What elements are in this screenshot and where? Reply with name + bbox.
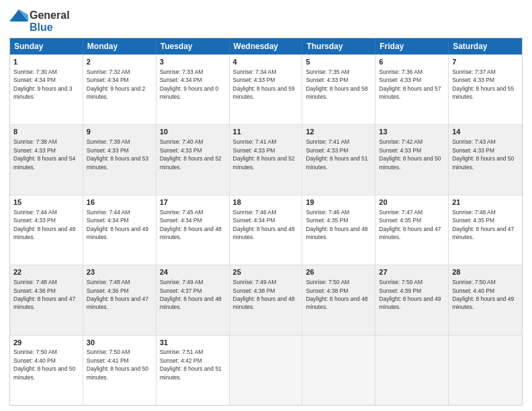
day-number: 6 bbox=[379, 57, 445, 67]
day-number: 16 bbox=[87, 197, 152, 208]
cal-cell: 11 Sunrise: 7:41 AMSunset: 4:33 PMDaylig… bbox=[230, 125, 303, 194]
cal-cell: 29 Sunrise: 7:50 AMSunset: 4:40 PMDaylig… bbox=[10, 336, 83, 405]
cell-text: Sunrise: 7:50 AMSunset: 4:41 PMDaylight:… bbox=[87, 349, 148, 380]
cell-text: Sunrise: 7:30 AMSunset: 4:34 PMDaylight:… bbox=[13, 68, 72, 100]
day-number: 4 bbox=[233, 57, 299, 67]
logo-icon bbox=[9, 9, 28, 21]
cal-cell: 13 Sunrise: 7:42 AMSunset: 4:33 PMDaylig… bbox=[375, 125, 449, 194]
cell-text: Sunrise: 7:48 AMSunset: 4:35 PMDaylight:… bbox=[452, 209, 514, 240]
cal-cell: 21 Sunrise: 7:48 AMSunset: 4:35 PMDaylig… bbox=[449, 195, 522, 265]
cal-cell: 4 Sunrise: 7:34 AMSunset: 4:33 PMDayligh… bbox=[230, 55, 303, 124]
day-number: 5 bbox=[306, 57, 371, 67]
cell-text: Sunrise: 7:43 AMSunset: 4:33 PMDaylight:… bbox=[452, 138, 514, 170]
day-number: 31 bbox=[160, 338, 226, 348]
cell-text: Sunrise: 7:48 AMSunset: 4:36 PMDaylight:… bbox=[13, 279, 75, 310]
day-number: 1 bbox=[13, 57, 79, 67]
calendar-header: SundayMondayTuesdayWednesdayThursdayFrid… bbox=[10, 38, 522, 54]
cal-header-day: Tuesday bbox=[157, 38, 230, 54]
cal-cell: 17 Sunrise: 7:45 AMSunset: 4:34 PMDaylig… bbox=[157, 195, 230, 265]
cal-cell: 18 Sunrise: 7:46 AMSunset: 4:34 PMDaylig… bbox=[230, 195, 303, 265]
cal-cell-empty bbox=[230, 336, 303, 405]
cal-cell: 30 Sunrise: 7:50 AMSunset: 4:41 PMDaylig… bbox=[83, 336, 157, 405]
cal-week-row: 15 Sunrise: 7:44 AMSunset: 4:33 PMDaylig… bbox=[10, 195, 522, 265]
cell-text: Sunrise: 7:38 AMSunset: 4:33 PMDaylight:… bbox=[13, 138, 75, 170]
cell-text: Sunrise: 7:34 AMSunset: 4:33 PMDaylight:… bbox=[233, 68, 295, 100]
cell-text: Sunrise: 7:44 AMSunset: 4:33 PMDaylight:… bbox=[13, 209, 75, 240]
cal-header-day: Saturday bbox=[449, 38, 522, 54]
cal-header-day: Monday bbox=[83, 38, 157, 54]
day-number: 20 bbox=[379, 197, 445, 208]
cell-text: Sunrise: 7:49 AMSunset: 4:38 PMDaylight:… bbox=[233, 279, 295, 310]
cal-header-day: Sunday bbox=[10, 38, 83, 54]
day-number: 26 bbox=[306, 267, 371, 277]
day-number: 19 bbox=[306, 197, 371, 208]
day-number: 30 bbox=[87, 338, 152, 348]
logo-text-blue: Blue bbox=[30, 21, 53, 34]
cell-text: Sunrise: 7:45 AMSunset: 4:34 PMDaylight:… bbox=[160, 209, 222, 240]
cal-header-day: Wednesday bbox=[230, 38, 303, 54]
cal-cell: 23 Sunrise: 7:48 AMSunset: 4:36 PMDaylig… bbox=[83, 265, 157, 334]
cal-cell: 7 Sunrise: 7:37 AMSunset: 4:33 PMDayligh… bbox=[449, 55, 522, 124]
cell-text: Sunrise: 7:46 AMSunset: 4:35 PMDaylight:… bbox=[306, 209, 367, 240]
cal-cell: 2 Sunrise: 7:32 AMSunset: 4:34 PMDayligh… bbox=[83, 55, 157, 124]
day-number: 27 bbox=[379, 267, 445, 277]
day-number: 25 bbox=[233, 267, 299, 277]
cal-cell-empty bbox=[449, 336, 522, 405]
day-number: 24 bbox=[160, 267, 226, 277]
cal-cell: 20 Sunrise: 7:47 AMSunset: 4:35 PMDaylig… bbox=[375, 195, 449, 265]
cal-cell-empty bbox=[375, 336, 449, 405]
day-number: 13 bbox=[379, 127, 445, 137]
cal-cell-empty bbox=[302, 336, 375, 405]
day-number: 10 bbox=[160, 127, 226, 137]
day-number: 9 bbox=[87, 127, 152, 137]
day-number: 28 bbox=[452, 267, 519, 277]
cell-text: Sunrise: 7:41 AMSunset: 4:33 PMDaylight:… bbox=[306, 138, 367, 170]
page: General Blue SundayMondayTuesdayWednesda… bbox=[0, 0, 532, 411]
day-number: 2 bbox=[87, 57, 152, 67]
cal-cell: 31 Sunrise: 7:51 AMSunset: 4:42 PMDaylig… bbox=[157, 336, 230, 405]
cell-text: Sunrise: 7:35 AMSunset: 4:33 PMDaylight:… bbox=[306, 68, 367, 100]
day-number: 21 bbox=[452, 197, 519, 208]
cell-text: Sunrise: 7:51 AMSunset: 4:42 PMDaylight:… bbox=[160, 349, 222, 380]
cell-text: Sunrise: 7:47 AMSunset: 4:35 PMDaylight:… bbox=[379, 209, 441, 240]
day-number: 15 bbox=[13, 197, 79, 208]
cal-cell: 9 Sunrise: 7:39 AMSunset: 4:33 PMDayligh… bbox=[83, 125, 157, 194]
cal-week-row: 8 Sunrise: 7:38 AMSunset: 4:33 PMDayligh… bbox=[10, 124, 522, 194]
cal-cell: 1 Sunrise: 7:30 AMSunset: 4:34 PMDayligh… bbox=[10, 55, 83, 124]
day-number: 23 bbox=[87, 267, 152, 277]
day-number: 8 bbox=[13, 127, 79, 137]
cell-text: Sunrise: 7:50 AMSunset: 4:38 PMDaylight:… bbox=[306, 279, 367, 310]
cell-text: Sunrise: 7:50 AMSunset: 4:39 PMDaylight:… bbox=[379, 279, 441, 310]
cal-cell: 19 Sunrise: 7:46 AMSunset: 4:35 PMDaylig… bbox=[302, 195, 375, 265]
cell-text: Sunrise: 7:44 AMSunset: 4:34 PMDaylight:… bbox=[87, 209, 148, 240]
cal-cell: 6 Sunrise: 7:36 AMSunset: 4:33 PMDayligh… bbox=[375, 55, 449, 124]
day-number: 12 bbox=[306, 127, 371, 137]
cell-text: Sunrise: 7:40 AMSunset: 4:33 PMDaylight:… bbox=[160, 138, 222, 170]
cal-cell: 12 Sunrise: 7:41 AMSunset: 4:33 PMDaylig… bbox=[302, 125, 375, 194]
day-number: 22 bbox=[13, 267, 79, 277]
day-number: 18 bbox=[233, 197, 299, 208]
cal-cell: 25 Sunrise: 7:49 AMSunset: 4:38 PMDaylig… bbox=[230, 265, 303, 334]
cell-text: Sunrise: 7:48 AMSunset: 4:36 PMDaylight:… bbox=[87, 279, 148, 310]
cal-cell: 14 Sunrise: 7:43 AMSunset: 4:33 PMDaylig… bbox=[449, 125, 522, 194]
cell-text: Sunrise: 7:49 AMSunset: 4:37 PMDaylight:… bbox=[160, 279, 222, 310]
cell-text: Sunrise: 7:32 AMSunset: 4:34 PMDaylight:… bbox=[87, 68, 145, 100]
calendar-body: 1 Sunrise: 7:30 AMSunset: 4:34 PMDayligh… bbox=[10, 54, 522, 405]
cal-cell: 27 Sunrise: 7:50 AMSunset: 4:39 PMDaylig… bbox=[375, 265, 449, 334]
day-number: 3 bbox=[160, 57, 226, 67]
cal-cell: 3 Sunrise: 7:33 AMSunset: 4:34 PMDayligh… bbox=[157, 55, 230, 124]
cell-text: Sunrise: 7:33 AMSunset: 4:34 PMDaylight:… bbox=[160, 68, 218, 100]
cell-text: Sunrise: 7:46 AMSunset: 4:34 PMDaylight:… bbox=[233, 209, 295, 240]
day-number: 29 bbox=[13, 338, 79, 348]
cal-cell: 22 Sunrise: 7:48 AMSunset: 4:36 PMDaylig… bbox=[10, 265, 83, 334]
cell-text: Sunrise: 7:50 AMSunset: 4:40 PMDaylight:… bbox=[452, 279, 514, 310]
cal-cell: 24 Sunrise: 7:49 AMSunset: 4:37 PMDaylig… bbox=[157, 265, 230, 334]
cal-cell: 10 Sunrise: 7:40 AMSunset: 4:33 PMDaylig… bbox=[157, 125, 230, 194]
logo-area: General Blue bbox=[9, 9, 70, 34]
day-number: 14 bbox=[452, 127, 519, 137]
cal-week-row: 29 Sunrise: 7:50 AMSunset: 4:40 PMDaylig… bbox=[10, 335, 522, 405]
cal-cell: 15 Sunrise: 7:44 AMSunset: 4:33 PMDaylig… bbox=[10, 195, 83, 265]
header: General Blue bbox=[9, 7, 523, 34]
logo-text-general: General bbox=[30, 9, 70, 21]
day-number: 7 bbox=[452, 57, 519, 67]
